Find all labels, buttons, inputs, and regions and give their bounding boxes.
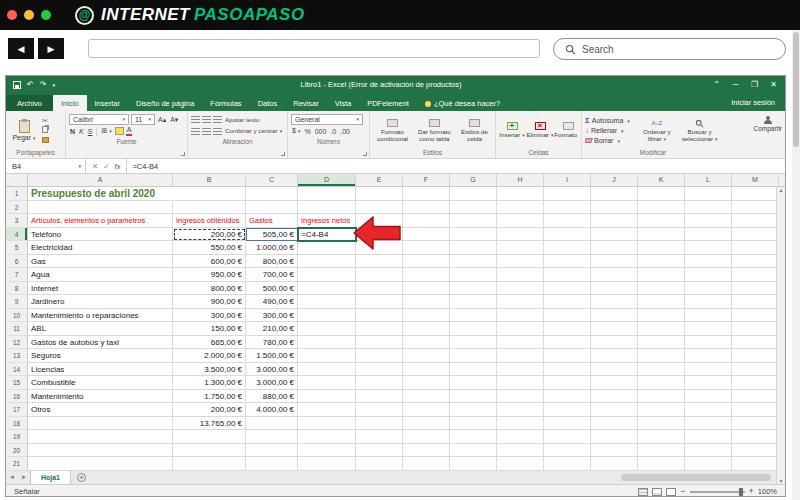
font-name-select[interactable]: Calibri▾ (69, 114, 129, 125)
cell-L17[interactable] (685, 403, 732, 417)
cell-E21[interactable] (356, 457, 403, 471)
cell-K16[interactable] (638, 390, 685, 404)
increase-font-size-icon[interactable]: A▴ (157, 115, 167, 124)
cell-C17[interactable]: 4.000,00 € (246, 403, 298, 417)
cell-A5[interactable]: Electricidad (28, 241, 173, 255)
cell-G13[interactable] (450, 349, 497, 363)
increase-decimal-icon[interactable]: .0 (329, 127, 337, 136)
ribbon-tab-insertar[interactable]: Insertar (87, 95, 128, 111)
cell-B10[interactable]: 300,00 € (173, 309, 246, 323)
cell-A13[interactable]: Seguros (28, 349, 173, 363)
cell-J9[interactable] (591, 295, 638, 309)
underline-button[interactable]: S (87, 127, 94, 136)
row-header-5[interactable]: 5 (6, 241, 28, 255)
cell-J16[interactable] (591, 390, 638, 404)
page-scrollbar-thumb[interactable] (793, 32, 799, 147)
cell-L6[interactable] (685, 255, 732, 269)
cell-G11[interactable] (450, 322, 497, 336)
cell-J2[interactable] (591, 201, 638, 215)
cell-I3[interactable] (544, 214, 591, 228)
cell-M21[interactable] (732, 457, 779, 471)
cell-H12[interactable] (497, 336, 544, 350)
cell-H20[interactable] (497, 444, 544, 458)
cell-H18[interactable] (497, 417, 544, 431)
cell-J11[interactable] (591, 322, 638, 336)
cell-C19[interactable] (246, 430, 298, 444)
column-header-J[interactable]: J (591, 174, 638, 186)
fill-color-icon[interactable] (115, 127, 124, 135)
cell-F1[interactable] (403, 187, 450, 201)
close-icon[interactable]: ✕ (764, 76, 783, 93)
cell-G19[interactable] (450, 430, 497, 444)
cell-D3[interactable]: Ingresos netos (298, 214, 356, 228)
cell-H10[interactable] (497, 309, 544, 323)
cell-A11[interactable]: ABL (28, 322, 173, 336)
page-layout-view-icon[interactable] (652, 488, 662, 496)
wrap-text-button[interactable]: Ajustar texto (224, 115, 260, 124)
zoom-in-button[interactable]: + (749, 487, 754, 496)
cell-E7[interactable] (356, 268, 403, 282)
cell-F7[interactable] (403, 268, 450, 282)
cell-G20[interactable] (450, 444, 497, 458)
merge-center-button[interactable]: Combinar y centrar▾ (224, 126, 283, 136)
cell-L5[interactable] (685, 241, 732, 255)
cell-I16[interactable] (544, 390, 591, 404)
align-bottom-icon[interactable] (213, 116, 222, 123)
column-header-F[interactable]: F (403, 174, 450, 186)
cell-C10[interactable]: 300,00 € (246, 309, 298, 323)
sign-in-button[interactable]: Iniciar sesión (731, 98, 775, 111)
column-header-G[interactable]: G (450, 174, 497, 186)
cell-J6[interactable] (591, 255, 638, 269)
column-header-A[interactable]: A (28, 174, 173, 186)
align-top-icon[interactable] (191, 116, 200, 123)
cell-K21[interactable] (638, 457, 685, 471)
cell-D21[interactable] (298, 457, 356, 471)
format-cells-button[interactable]: Formato▾ (555, 122, 578, 138)
cell-H1[interactable] (497, 187, 544, 201)
cell-E12[interactable] (356, 336, 403, 350)
sheet-scrollbar[interactable]: ▲ ▼ (776, 187, 785, 484)
cell-L4[interactable] (685, 228, 732, 242)
cell-G21[interactable] (450, 457, 497, 471)
cell-L7[interactable] (685, 268, 732, 282)
cell-F4[interactable] (403, 228, 450, 242)
cell-I12[interactable] (544, 336, 591, 350)
cell-I11[interactable] (544, 322, 591, 336)
cell-E17[interactable] (356, 403, 403, 417)
cell-L21[interactable] (685, 457, 732, 471)
insert-function-icon[interactable]: fx (115, 162, 121, 171)
cell-I10[interactable] (544, 309, 591, 323)
cell-F19[interactable] (403, 430, 450, 444)
cell-D16[interactable] (298, 390, 356, 404)
cell-D1[interactable] (298, 187, 356, 201)
cell-M12[interactable] (732, 336, 779, 350)
row-header-10[interactable]: 10 (6, 309, 28, 323)
cell-D17[interactable] (298, 403, 356, 417)
cell-F9[interactable] (403, 295, 450, 309)
percent-format-icon[interactable]: % (303, 127, 311, 136)
cell-A18[interactable] (28, 417, 173, 431)
cell-M3[interactable] (732, 214, 779, 228)
cell-M19[interactable] (732, 430, 779, 444)
cell-B7[interactable]: 950,00 € (173, 268, 246, 282)
name-box[interactable]: B4▾ (6, 159, 86, 173)
cell-L13[interactable] (685, 349, 732, 363)
cell-F6[interactable] (403, 255, 450, 269)
cell-H11[interactable] (497, 322, 544, 336)
cell-K14[interactable] (638, 363, 685, 377)
row-header-19[interactable]: 19 (6, 430, 28, 444)
cell-B2[interactable] (173, 201, 246, 215)
cell-B3[interactable]: Ingresos obtenidos (173, 214, 246, 228)
cell-D8[interactable] (298, 282, 356, 296)
cell-A9[interactable]: Jardinero (28, 295, 173, 309)
cell-C4[interactable]: 505,00 € (246, 228, 298, 242)
search-input[interactable]: Search (553, 38, 786, 60)
cell-M18[interactable] (732, 417, 779, 431)
row-header-6[interactable]: 6 (6, 255, 28, 269)
cell-A3[interactable]: Artículos, elementos o parametros (28, 214, 173, 228)
cell-A14[interactable]: Licencias (28, 363, 173, 377)
cell-J4[interactable] (591, 228, 638, 242)
window-close-button[interactable] (7, 10, 17, 20)
row-header-3[interactable]: 3 (6, 214, 28, 228)
cell-D12[interactable] (298, 336, 356, 350)
